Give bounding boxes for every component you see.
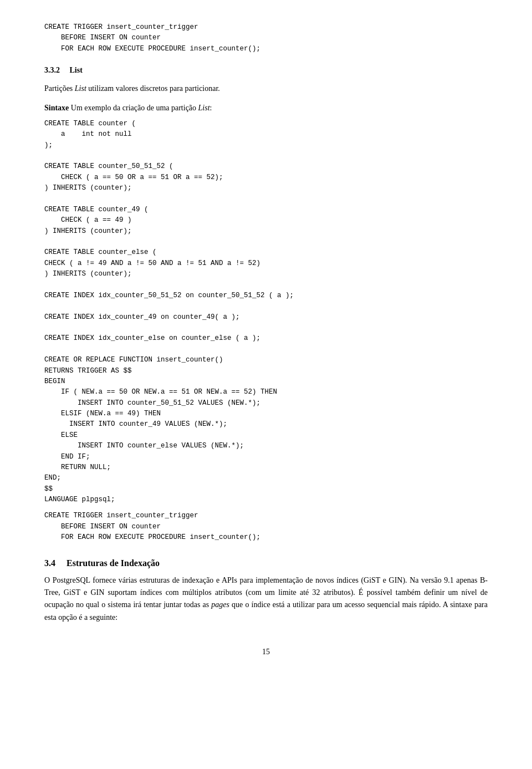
section-332-title: List: [70, 66, 83, 74]
sintaxe-description: Sintaxe Um exemplo da criação de uma par…: [44, 102, 488, 114]
section-332-description: Partições List utilizam valores discreto…: [44, 83, 488, 95]
top-code-block: CREATE TRIGGER insert_counter_trigger BE…: [44, 22, 488, 54]
desc-after: utilizam valores discretos para particio…: [86, 84, 220, 93]
para1-italic: pages: [211, 600, 229, 609]
sintaxe-after: :: [210, 104, 212, 112]
section-34: 3.4 Estruturas de Indexação O PostgreSQL…: [44, 557, 488, 624]
sintaxe-italic: List: [198, 104, 210, 112]
desc-before: Partições: [44, 84, 75, 93]
sintaxe-text: Um exemplo da criação de uma partição: [69, 104, 198, 112]
top-code-lines: CREATE TRIGGER insert_counter_trigger BE…: [44, 22, 488, 54]
section-332: 3.3.2 List: [44, 64, 488, 76]
bottom-code-lines: CREATE TRIGGER insert_counter_trigger BE…: [44, 511, 488, 543]
page-number: 15: [44, 646, 488, 658]
sintaxe-label: Sintaxe: [44, 104, 69, 112]
bottom-code-block: CREATE TRIGGER insert_counter_trigger BE…: [44, 511, 488, 543]
desc-italic: List: [75, 84, 86, 93]
main-code-lines: CREATE TABLE counter ( a int not null );…: [44, 119, 488, 506]
main-code-block: CREATE TABLE counter ( a int not null );…: [44, 119, 488, 506]
section-332-number: 3.3.2: [44, 66, 60, 74]
section-34-heading: 3.4 Estruturas de Indexação: [44, 557, 488, 570]
section-34-paragraph1: O PostgreSQL fornece várias estruturas d…: [44, 574, 488, 624]
section-34-number: 3.4: [44, 558, 55, 568]
section-34-title: Estruturas de Indexação: [66, 558, 160, 568]
